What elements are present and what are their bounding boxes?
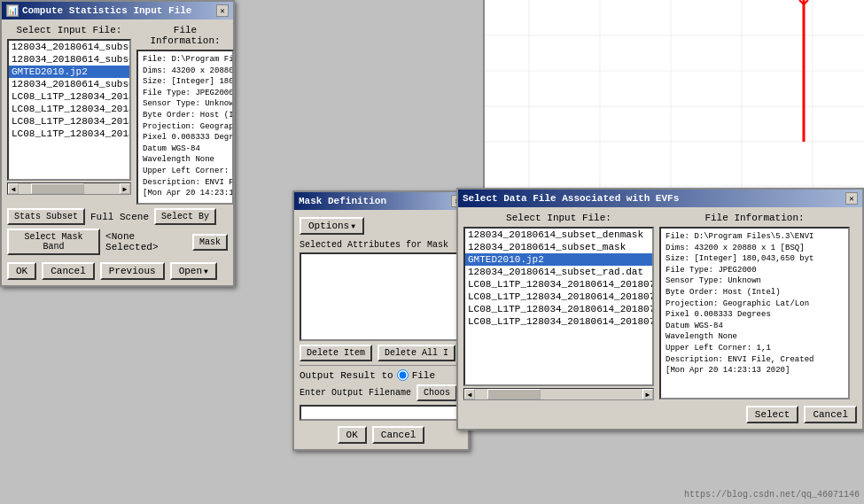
sd-info-line: Wavelength None (666, 331, 844, 343)
info-line: Description: ENVI File, Created (143, 177, 228, 189)
sd-horizontal-scrollbar[interactable]: ◀ ▶ (463, 388, 654, 400)
select-input-label: Select Input File: (7, 25, 131, 35)
info-line: Projection: Geographic Lat/Lon (143, 121, 228, 133)
stats-subset-button[interactable]: Stats Subset (7, 208, 85, 225)
delete-all-button[interactable]: Delete All I (378, 345, 455, 361)
close-button[interactable]: ✕ (216, 4, 229, 17)
delete-buttons-row: Delete Item Delete All I (300, 345, 463, 361)
list-item[interactable]: LC08_L1TP_128034_20180614_20180703_01_T1… (9, 115, 129, 128)
list-item[interactable]: LC08_L1TP_128034_20180614_20180703_01_T1… (9, 103, 129, 115)
info-line: Pixel 0.008333 Degrees (143, 132, 228, 143)
info-line: Size: [Integer] 180,043,650 bytes. (143, 76, 228, 88)
info-line: Byte Order: Host (Intel) (143, 110, 228, 121)
ok-button[interactable]: OK (7, 262, 36, 280)
cancel-button[interactable]: Cancel (42, 262, 95, 280)
chart-display (485, 0, 864, 190)
window-icon: 📊 (6, 4, 19, 17)
none-selected-label: <None Selected> (105, 231, 187, 252)
output-filename-row: Enter Output Filename Choos (300, 384, 463, 401)
scroll-right-btn[interactable]: ▶ (120, 183, 130, 194)
select-data-content: Select Input File: 128034_20180614_subse… (458, 207, 862, 429)
sd-list-item[interactable]: LC08_L1TP_128034_20180614_20180703_01_T1… (465, 303, 652, 315)
mask-def-content: Options ▼ Selected Attributes for Mask D… (294, 210, 468, 449)
sd-list-item-selected[interactable]: GMTED2010.jp2 (465, 253, 652, 266)
stats-subset-row: Stats Subset Full Scene Select By (7, 208, 228, 225)
full-scene-label: Full Scene (90, 212, 149, 222)
sd-cancel-button[interactable]: Cancel (804, 406, 857, 423)
select-data-close-button[interactable]: ✕ (845, 192, 858, 205)
info-line: File: D:\Program Files\5.3\ENVI53\data\G… (143, 54, 228, 66)
sd-list-item[interactable]: 128034_20180614_subset_denmask (465, 229, 652, 241)
list-item[interactable]: 128034_20180614_subset_rad.dat (9, 78, 129, 90)
sd-scroll-left-btn[interactable]: ◀ (464, 389, 475, 399)
select-data-panels: Select Input File: 128034_20180614_subse… (463, 213, 857, 400)
mask-definition-window: Mask Definition ✕ Options ▼ Selected Att… (292, 190, 470, 451)
sd-scroll-right-btn[interactable]: ▶ (642, 389, 653, 399)
mask-def-titlebar[interactable]: Mask Definition ✕ (294, 192, 468, 210)
scroll-left-btn[interactable]: ◀ (8, 183, 19, 194)
sd-list-item[interactable]: 128034_20180614_subset_rad.dat (465, 266, 652, 278)
file-info-panel: File: D:\Program Files\5.3\ENVI53\data\G… (136, 50, 234, 205)
mask-band-row: Select Mask Band <None Selected> Mask (7, 229, 228, 255)
list-item-selected[interactable]: GMTED2010.jp2 (9, 66, 129, 78)
open-arrow-icon: ▼ (204, 268, 208, 275)
sd-list-item[interactable]: 128034_20180614_subset_mask (465, 241, 652, 253)
right-panel: File Information: File: D:\Program Files… (136, 25, 234, 205)
compute-stats-content: Select Input File: 128034_20180614_subse… (2, 19, 233, 285)
open-button[interactable]: Open ▼ (170, 262, 217, 280)
mask-attrs-list[interactable] (300, 252, 459, 341)
sd-info-line: Datum WGS-84 (666, 321, 844, 332)
select-data-title: Select Data File Associated with EVFs (463, 193, 679, 204)
sd-file-list[interactable]: 128034_20180614_subset_denmask 128034_20… (463, 227, 654, 386)
selected-attrs-label: Selected Attributes for Mask (300, 240, 463, 250)
sd-info-line: Projection: Geographic Lat/Lon (666, 299, 844, 310)
select-mask-band-button[interactable]: Select Mask Band (7, 229, 100, 255)
delete-item-button[interactable]: Delete Item (300, 345, 372, 361)
sd-list-item[interactable]: LC08_L1TP_128034_20180614_20180703_01_T1… (465, 278, 652, 291)
mask-cancel-button[interactable]: Cancel (372, 426, 425, 444)
file-label: File (412, 370, 435, 381)
sd-info-line: File: D:\Program Files\5.3\ENVI (666, 231, 844, 243)
choose-button[interactable]: Choos (416, 384, 457, 401)
info-line: Datum WGS-84 (143, 143, 228, 155)
list-item[interactable]: LC08_L1TP_128034_20180614_20180703_01_T1… (9, 90, 129, 103)
options-label: Options (308, 221, 349, 231)
list-item[interactable]: 128034_20180614_subset_denmask (9, 41, 129, 53)
mask-ok-button[interactable]: OK (338, 426, 367, 444)
output-result-label: Output Result to (300, 370, 393, 381)
options-button[interactable]: Options ▼ (300, 217, 364, 235)
sd-info-line: Pixel 0.008333 Degrees (666, 309, 844, 321)
sd-file-info-panel: File: D:\Program Files\5.3\ENVI Dims: 43… (659, 227, 850, 399)
select-data-window: Select Data File Associated with EVFs ✕ … (456, 188, 864, 430)
list-item[interactable]: LC08_L1TP_128034_20180614_20180703_01_T1… (9, 128, 129, 140)
options-row: Options ▼ (300, 217, 463, 235)
info-line: Wavelength None (143, 154, 228, 166)
file-info-label: File Information: (136, 25, 234, 46)
horizontal-scrollbar[interactable]: ◀ ▶ (7, 182, 131, 195)
sd-select-input-label: Select Input File: (463, 213, 654, 223)
sd-select-button[interactable]: Select (746, 406, 799, 423)
mask-def-title: Mask Definition (299, 196, 386, 206)
select-by-button[interactable]: Select By (154, 208, 216, 225)
sd-info-line: Size: [Integer] 180,043,650 byt (666, 253, 844, 265)
sd-list-item[interactable]: LC08_L1TP_128034_20180614_20180703_01_T1… (465, 291, 652, 303)
chart-svg (485, 0, 864, 190)
mask-button[interactable]: Mask (192, 234, 228, 251)
enter-output-label: Enter Output Filename (300, 388, 411, 398)
mask-action-row: OK Cancel (300, 426, 463, 444)
previous-button[interactable]: Previous (100, 262, 165, 280)
list-item[interactable]: 128034_20180614_subset_mask (9, 53, 129, 66)
sd-action-row: Select Cancel (463, 406, 857, 423)
main-panels: Select Input File: 128034_20180614_subse… (7, 25, 228, 205)
compute-stats-titlebar[interactable]: 📊 Compute Statistics Input File ✕ (2, 2, 233, 19)
sd-scroll-thumb[interactable] (487, 389, 541, 399)
compute-stats-window: 📊 Compute Statistics Input File ✕ Select… (0, 0, 235, 287)
file-list[interactable]: 128034_20180614_subset_denmask 128034_20… (7, 39, 131, 181)
scroll-thumb[interactable] (31, 183, 84, 194)
sd-info-line: File Type: JPEG2000 (666, 265, 844, 276)
file-radio[interactable] (397, 369, 409, 381)
sd-list-item[interactable]: LC08_L1TP_128034_20180614_20180703_01_T1… (465, 315, 652, 328)
output-filename-input[interactable] (300, 405, 459, 421)
select-data-titlebar[interactable]: Select Data File Associated with EVFs ✕ (458, 190, 862, 207)
output-result-row: Output Result to File (300, 369, 463, 381)
